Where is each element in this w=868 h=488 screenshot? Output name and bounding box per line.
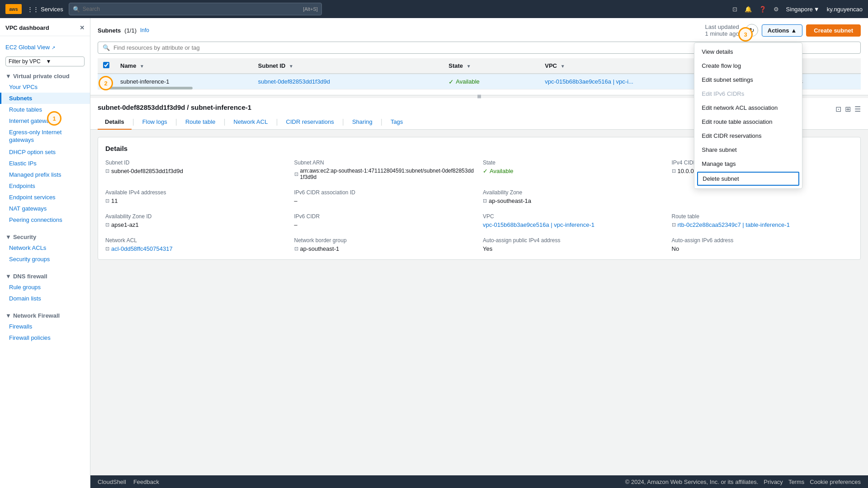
copy-icon[interactable]: ⊡: [294, 246, 298, 252]
grid-icon: ⋮⋮: [27, 6, 39, 13]
sidebar-item-endpoints[interactable]: Endpoints: [0, 180, 90, 192]
tab-cidr-reservations[interactable]: CIDR reservations: [279, 115, 341, 130]
region-selector[interactable]: Singapore ▼: [786, 6, 820, 13]
copy-icon[interactable]: ⊡: [105, 198, 109, 204]
copy-icon[interactable]: ⊡: [294, 171, 298, 177]
sidebar-item-prefix-lists[interactable]: Managed prefix lists: [0, 169, 90, 180]
nav-search-bar[interactable]: 🔍 [Alt+S]: [69, 3, 322, 15]
nav-services-button[interactable]: ⋮⋮ Services: [27, 6, 63, 13]
filter-vpc-dropdown[interactable]: Filter by VPC ▼: [5, 56, 85, 66]
copy-icon[interactable]: ⊡: [672, 168, 676, 174]
bell-icon[interactable]: 🔔: [745, 6, 752, 13]
header-subnet-id[interactable]: Subnet ID ▼: [253, 58, 443, 74]
sidebar-section-dns-firewall-title[interactable]: ▼ DNS firewall: [0, 270, 90, 282]
search-icon: 🔍: [73, 6, 80, 13]
route-table-value[interactable]: ⊡ rtb-0c22e88caa52349c7 | table-inferenc…: [672, 221, 854, 228]
sidebar-close-icon[interactable]: ✕: [80, 24, 85, 31]
network-acl-value[interactable]: ⊡ acl-0dd58ffc450754317: [105, 245, 287, 252]
tab-route-table[interactable]: Route table: [178, 115, 223, 130]
row-subnet-id[interactable]: subnet-0def82853dd1f3d9d: [253, 74, 443, 89]
network-border-label: Network border group: [294, 237, 476, 244]
copy-icon[interactable]: ⊡: [672, 222, 676, 228]
tab-details[interactable]: Details: [98, 115, 132, 130]
row-state: ✓ Available: [443, 74, 539, 89]
menu-item-edit-network-acl[interactable]: Edit network ACL association: [694, 101, 802, 115]
sidebar-item-peering[interactable]: Peering connections: [0, 214, 90, 225]
sidebar-item-elastic-ips[interactable]: Elastic IPs: [0, 158, 90, 169]
question-icon[interactable]: ❓: [759, 6, 766, 13]
tab-separator-2: |: [175, 115, 178, 129]
menu-item-edit-cidr-reservations[interactable]: Edit CIDR reservations: [694, 129, 802, 143]
menu-item-view-details[interactable]: View details: [694, 45, 802, 59]
terms-link[interactable]: Terms: [788, 479, 804, 485]
sidebar-item-domain-lists[interactable]: Domain lists: [0, 293, 90, 304]
chevron-icon: ▼: [5, 312, 11, 319]
copy-icon[interactable]: ⊡: [105, 246, 109, 252]
sidebar-item-rule-groups[interactable]: Rule groups: [0, 282, 90, 293]
settings-icon[interactable]: ⚙: [774, 6, 779, 13]
detail-list-icon[interactable]: ☰: [854, 105, 861, 113]
privacy-link[interactable]: Privacy: [764, 479, 783, 485]
sidebar-item-firewalls[interactable]: Firewalls: [0, 321, 90, 332]
detail-expand-icon[interactable]: ⊡: [835, 105, 841, 113]
cloudshell-link[interactable]: CloudShell: [98, 479, 126, 485]
menu-item-share-subnet[interactable]: Share subnet: [694, 143, 802, 157]
sidebar-item-nat-gateways[interactable]: NAT gateways: [0, 203, 90, 214]
copy-icon[interactable]: ⊡: [483, 198, 487, 204]
nav-right: ⊡ 🔔 ❓ ⚙ Singapore ▼ ky.nguyencao: [732, 6, 863, 13]
cookie-preferences-link[interactable]: Cookie preferences: [810, 479, 861, 485]
user-menu[interactable]: ky.nguyencao: [827, 6, 863, 13]
ipv6-cidr-assoc-label: IPv6 CIDR association ID: [294, 189, 476, 196]
header-state[interactable]: State ▼: [443, 58, 539, 74]
tab-tags[interactable]: Tags: [383, 115, 410, 130]
tab-flow-logs[interactable]: Flow logs: [135, 115, 175, 130]
sidebar-section-vpc: EC2 Global View ↗ Filter by VPC ▼ ▼ Virt…: [0, 42, 90, 225]
header-checkbox-cell[interactable]: [98, 58, 115, 74]
avail-zone-value: ⊡ ap-southeast-1a: [483, 197, 665, 204]
feedback-link[interactable]: Feedback: [133, 479, 159, 485]
step-label-2: 2: [99, 76, 113, 90]
chevron-icon: ▼: [5, 73, 11, 80]
vpc-value[interactable]: vpc-015b68b3ae9ce516a | vpc-inference-1: [483, 221, 665, 228]
actions-button[interactable]: Actions ▲: [762, 24, 803, 37]
menu-item-edit-route-table[interactable]: Edit route table association: [694, 115, 802, 129]
sidebar-item-security-groups[interactable]: Security groups: [0, 253, 90, 265]
header-name[interactable]: Name ▼: [115, 58, 253, 74]
copy-icon[interactable]: ⊡: [105, 222, 109, 228]
horizontal-scrollbar-thumb[interactable]: [102, 87, 193, 89]
field-state: State ✓ Available: [483, 160, 665, 180]
field-route-table: Route table ⊡ rtb-0c22e88caa52349c7 | ta…: [672, 213, 854, 228]
info-link[interactable]: Info: [140, 27, 149, 33]
state-value: ✓ Available: [483, 168, 665, 174]
support-icon[interactable]: ⊡: [732, 6, 737, 13]
sidebar-section-network-firewall-title[interactable]: ▼ Network Firewall: [0, 310, 90, 321]
detail-grid-icon[interactable]: ⊞: [845, 105, 851, 113]
tab-network-acl[interactable]: Network ACL: [226, 115, 275, 130]
sidebar-item-egress-gateways[interactable]: Egress-only Internet gateways: [0, 127, 90, 146]
menu-item-create-flow-log[interactable]: Create flow log: [694, 59, 802, 73]
copy-icon[interactable]: ⊡: [105, 168, 109, 174]
sidebar-item-endpoint-services[interactable]: Endpoint services: [0, 192, 90, 203]
menu-item-edit-subnet-settings[interactable]: Edit subnet settings: [694, 73, 802, 87]
sidebar-item-ec2global[interactable]: EC2 Global View ↗: [0, 42, 90, 53]
field-ipv6-cidr: IPv6 CIDR –: [294, 213, 476, 228]
sidebar-item-route-tables[interactable]: Route tables: [0, 104, 90, 115]
vpc-label: VPC: [483, 213, 665, 220]
bottom-bar-right: © 2024, Amazon Web Services, Inc. or its…: [625, 479, 861, 485]
sidebar-item-subnets[interactable]: Subnets: [0, 93, 90, 104]
menu-item-manage-tags[interactable]: Manage tags: [694, 157, 802, 171]
tab-sharing[interactable]: Sharing: [345, 115, 380, 130]
sidebar-section-security-title[interactable]: ▼ Security: [0, 231, 90, 242]
subnets-title: Subnets: [98, 27, 121, 34]
nav-search-input[interactable]: [83, 6, 300, 12]
sidebar-item-network-acls[interactable]: Network ACLs: [0, 242, 90, 253]
sidebar-item-dhcp-options[interactable]: DHCP option sets: [0, 146, 90, 158]
menu-item-delete-subnet[interactable]: Delete subnet: [697, 172, 799, 186]
chevron-down-icon: ▼: [46, 58, 82, 65]
select-all-checkbox[interactable]: [103, 62, 109, 68]
create-subnet-button[interactable]: Create subnet: [806, 24, 861, 37]
sidebar-section-virtual-private-cloud[interactable]: ▼ Virtual private cloud: [0, 70, 90, 81]
sidebar-item-firewall-policies[interactable]: Firewall policies: [0, 332, 90, 343]
sidebar-item-internet-gateways[interactable]: Internet gateways: [0, 115, 90, 127]
sidebar-item-your-vpcs[interactable]: Your VPCs: [0, 81, 90, 93]
